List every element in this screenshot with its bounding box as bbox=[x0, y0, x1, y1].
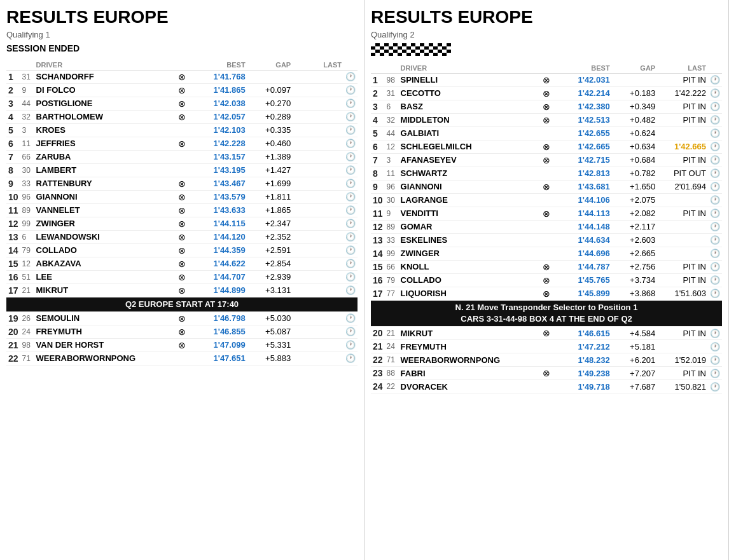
table-row: 3 44 POSTIGLIONE ⊗ 1'42.038 +0.270 🕐 bbox=[6, 97, 358, 110]
track-icon: ⊗ bbox=[543, 115, 550, 125]
position: 11 bbox=[6, 203, 20, 217]
best-time: 1'44.113 bbox=[552, 207, 612, 220]
track-icon: ⊗ bbox=[543, 155, 550, 165]
car-number: 96 bbox=[385, 180, 399, 193]
watch-cell: 🕐 bbox=[708, 180, 722, 193]
gap-time: +7.207 bbox=[612, 367, 658, 380]
col-driver: DRIVER bbox=[34, 60, 177, 71]
gap-time: +1.650 bbox=[612, 180, 658, 193]
car-number: 31 bbox=[385, 86, 399, 100]
gap-time: +7.687 bbox=[612, 380, 658, 393]
track-icon: ⊗ bbox=[178, 259, 186, 269]
watch-cell: 🕐 bbox=[344, 190, 358, 203]
watch-cell: 🕐 bbox=[708, 273, 722, 287]
position: 19 bbox=[6, 311, 20, 325]
table-row: 19 26 SEMOULIN ⊗ 1'46.798 +5.030 🕐 bbox=[6, 311, 358, 325]
watch-icon: 🕐 bbox=[345, 125, 356, 135]
track-icon: ⊗ bbox=[178, 139, 186, 149]
last-time: 2'01.694 bbox=[657, 180, 708, 193]
track-status bbox=[541, 340, 552, 353]
car-number: 98 bbox=[385, 73, 399, 86]
driver-name: DI FOLCO bbox=[34, 83, 177, 97]
watch-cell: 🕐 bbox=[708, 113, 722, 126]
right-panel: RESULTS EUROPE Qualifying 2 DRIVERBESTGA… bbox=[364, 0, 729, 560]
table-row: 17 77 LIQUORISH ⊗ 1'45.899 +3.868 1'51.6… bbox=[371, 287, 722, 300]
best-time: 1'46.615 bbox=[552, 327, 612, 340]
watch-cell: 🕐 bbox=[344, 338, 358, 352]
track-status: ⊗ bbox=[541, 207, 552, 220]
track-icon: ⊗ bbox=[178, 340, 186, 350]
position: 22 bbox=[371, 353, 385, 367]
gap-time: +0.782 bbox=[612, 167, 658, 180]
car-number: 51 bbox=[20, 270, 34, 283]
track-icon: ⊗ bbox=[178, 192, 186, 202]
col-track bbox=[176, 60, 188, 71]
best-time: 1'41.865 bbox=[188, 83, 247, 97]
watch-cell: 🕐 bbox=[344, 311, 358, 325]
car-number: 11 bbox=[20, 137, 34, 150]
best-time: 1'43.681 bbox=[552, 180, 612, 193]
best-time: 1'43.467 bbox=[188, 177, 247, 190]
gap-time: +2.756 bbox=[612, 260, 658, 273]
gap-time: +5.087 bbox=[247, 325, 293, 338]
track-status: ⊗ bbox=[541, 73, 552, 86]
last-time bbox=[293, 283, 344, 297]
watch-icon: 🕐 bbox=[345, 232, 356, 242]
last-time bbox=[293, 217, 344, 230]
last-time: 1'42.665 bbox=[657, 140, 708, 153]
best-time: 1'42.103 bbox=[188, 123, 247, 137]
best-time: 1'47.651 bbox=[188, 352, 247, 365]
left-results-table: DRIVERBESTGAPLAST 1 31 SCHANDORFF ⊗ 1'41… bbox=[6, 60, 358, 365]
position: 11 bbox=[371, 207, 385, 220]
table-row: 10 96 GIANNONI ⊗ 1'43.579 +1.811 🕐 bbox=[6, 190, 358, 203]
position: 20 bbox=[371, 327, 385, 340]
driver-name: DVORACEK bbox=[399, 380, 541, 393]
car-number: 88 bbox=[385, 367, 399, 380]
best-time: 1'43.157 bbox=[188, 150, 247, 163]
gap-time: +5.883 bbox=[247, 352, 293, 365]
last-time bbox=[657, 340, 708, 353]
table-row: 5 44 GALBIATI 1'42.655 +0.624 🕐 bbox=[371, 126, 722, 140]
car-number: 71 bbox=[20, 352, 34, 365]
driver-name: SPINELLI bbox=[399, 73, 541, 86]
position: 21 bbox=[371, 340, 385, 353]
last-time bbox=[293, 97, 344, 110]
last-time bbox=[293, 203, 344, 217]
table-row: 21 24 FREYMUTH 1'47.212 +5.181 🕐 bbox=[371, 340, 722, 353]
track-status: ⊗ bbox=[176, 70, 188, 83]
last-time: PIT IN bbox=[657, 260, 708, 273]
position: 13 bbox=[6, 230, 20, 243]
driver-name: WEERABORWORNPONG bbox=[399, 353, 541, 367]
last-time: PIT IN bbox=[657, 273, 708, 287]
best-time: 1'44.115 bbox=[188, 217, 247, 230]
driver-name: KNOLL bbox=[399, 260, 541, 273]
last-time bbox=[293, 270, 344, 283]
best-time: 1'43.195 bbox=[188, 163, 247, 177]
watch-cell: 🕐 bbox=[344, 83, 358, 97]
col-num bbox=[20, 60, 34, 71]
watch-cell: 🕐 bbox=[344, 230, 358, 243]
gap-time: +2.117 bbox=[612, 220, 658, 233]
car-number: 79 bbox=[385, 273, 399, 287]
last-time bbox=[657, 220, 708, 233]
best-time: 1'44.696 bbox=[552, 247, 612, 260]
gap-time: +0.289 bbox=[247, 110, 293, 123]
position: 9 bbox=[371, 180, 385, 193]
track-status: ⊗ bbox=[176, 110, 188, 123]
track-status bbox=[541, 126, 552, 140]
watch-cell: 🕐 bbox=[344, 70, 358, 83]
watch-cell: 🕐 bbox=[708, 367, 722, 380]
watch-icon: 🕐 bbox=[710, 128, 720, 138]
driver-name: VENDITTI bbox=[399, 207, 541, 220]
best-time: 1'44.787 bbox=[552, 260, 612, 273]
col-last: LAST bbox=[657, 63, 708, 74]
watch-icon: 🕐 bbox=[345, 152, 356, 161]
position: 14 bbox=[6, 243, 20, 257]
driver-name: SEMOULIN bbox=[34, 311, 177, 325]
car-number: 21 bbox=[20, 283, 34, 297]
car-number: 33 bbox=[385, 233, 399, 247]
driver-name: SCHLEGELMILCH bbox=[399, 140, 541, 153]
watch-icon: 🕐 bbox=[345, 205, 356, 215]
position: 14 bbox=[371, 247, 385, 260]
watch-cell: 🕐 bbox=[708, 207, 722, 220]
